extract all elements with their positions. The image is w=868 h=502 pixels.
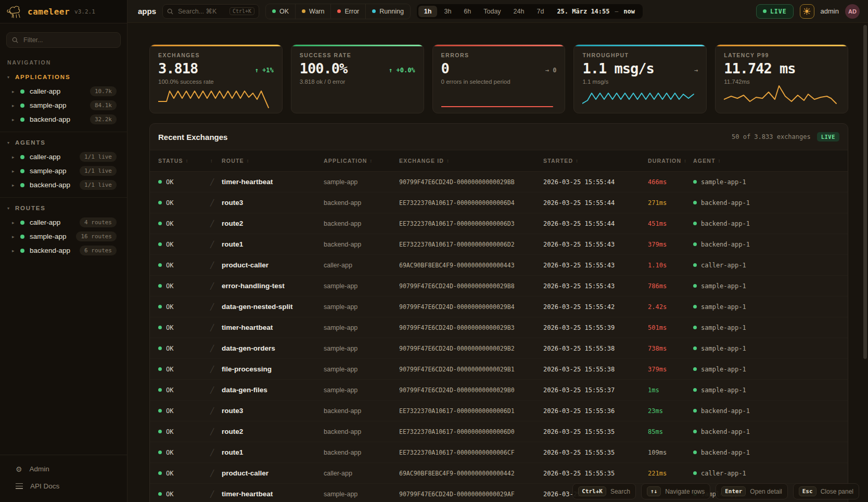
status-dot (20, 235, 24, 239)
chevron-right-icon[interactable]: ▸ (12, 220, 20, 225)
application-cell: sample-app (324, 178, 399, 186)
sidebar-item-routes-sample-app[interactable]: ▸sample-app16 routes (0, 229, 127, 243)
duration-cell: 23ms (648, 407, 693, 415)
open-exchange-icon[interactable]: ╱ (210, 220, 222, 227)
sidebar-footer-admin[interactable]: ⚙Admin (0, 460, 127, 478)
chevron-right-icon[interactable]: ▸ (12, 169, 20, 174)
table-row[interactable]: OK╱product-callercaller-app69AC90BF8EBC4… (150, 255, 848, 276)
application-cell: sample-app (324, 303, 399, 311)
sidebar-item-applications-caller-app[interactable]: ▸caller-app10.7k (0, 84, 127, 98)
open-exchange-icon[interactable]: ╱ (210, 449, 222, 456)
search-input[interactable] (177, 7, 226, 16)
column-header-agent[interactable]: AGENT↕ (693, 158, 839, 164)
open-exchange-icon[interactable]: ╱ (210, 428, 222, 435)
open-exchange-icon[interactable]: ╱ (210, 324, 222, 331)
kpi-card-throughput[interactable]: THROUGHPUT1.1 msg/s→1.1 msg/s (573, 44, 707, 113)
time-range-1h[interactable]: 1h (418, 6, 438, 17)
kpi-card-success-rate[interactable]: SUCCESS RATE100.0%↑ +0.0%3.818 ok / 0 er… (291, 44, 424, 113)
chevron-right-icon[interactable]: ▸ (12, 155, 20, 160)
sidebar-item-agents-sample-app[interactable]: ▸sample-app1/1 live (0, 164, 127, 178)
status-filter-running[interactable]: Running (365, 4, 410, 19)
time-range-3h[interactable]: 3h (438, 6, 457, 17)
open-exchange-icon[interactable]: ╱ (210, 387, 222, 394)
table-row[interactable]: OK╱timer-heartbeatsample-app90799F47E6CD… (150, 172, 848, 192)
sidebar-footer-api-docs[interactable]: API Docs (0, 478, 127, 495)
open-exchange-icon[interactable]: ╱ (210, 282, 222, 290)
sidebar-item-routes-caller-app[interactable]: ▸caller-app4 routes (0, 215, 127, 229)
hint-label: Open detail (750, 488, 782, 495)
global-search[interactable]: Ctrl+K (162, 4, 259, 19)
sidebar-item-applications-backend-app[interactable]: ▸backend-app32.2k (0, 112, 127, 126)
section-header-agents[interactable]: ▾AGENTS (0, 133, 127, 150)
chevron-right-icon[interactable]: ▸ (12, 89, 20, 94)
column-header-link[interactable]: ↕ (210, 158, 222, 163)
table-row[interactable]: OK╱file-processingsample-app90799F47E6CD… (150, 359, 848, 380)
time-range-today[interactable]: Today (478, 6, 506, 17)
sidebar-item-routes-backend-app[interactable]: ▸backend-app6 routes (0, 243, 127, 258)
avatar[interactable]: AD (845, 4, 860, 19)
vertical-scrollbar[interactable] (863, 25, 867, 359)
table-row[interactable]: OK╱timer-heartbeatsample-app90799F47E6CD… (150, 317, 848, 338)
chevron-right-icon[interactable]: ▸ (12, 234, 20, 239)
kpi-value-row: 11.742 ms (724, 61, 839, 75)
column-header-duration[interactable]: DURATION↕ (648, 158, 693, 164)
kpi-card-latency-p99[interactable]: LATENCY P9911.742 ms11.742ms (715, 44, 848, 113)
column-header-application[interactable]: APPLICATION↕ (324, 158, 399, 164)
chevron-right-icon[interactable]: ▸ (12, 103, 20, 108)
status-label: OK (166, 241, 173, 248)
kpi-card-errors[interactable]: ERRORS0→ 00 errors in selected period (432, 44, 566, 113)
table-row[interactable]: OK╱route1backend-appEE7322370A10617-0000… (150, 234, 848, 255)
table-row[interactable]: OK╱route2backend-appEE7322370A10617-0000… (150, 421, 848, 442)
live-toggle[interactable]: LIVE (756, 4, 794, 19)
time-range-6h[interactable]: 6h (458, 6, 477, 17)
table-row[interactable]: OK╱product-callercaller-app69AC90BF8EBC4… (150, 463, 848, 484)
open-exchange-icon[interactable]: ╱ (210, 491, 222, 498)
chevron-right-icon[interactable]: ▸ (12, 183, 20, 188)
sidebar-item-agents-backend-app[interactable]: ▸backend-app1/1 live (0, 178, 127, 192)
agent-live-dot (693, 430, 697, 433)
table-row[interactable]: OK╱error-handling-testsample-app90799F47… (150, 276, 848, 297)
sidebar-item-applications-sample-app[interactable]: ▸sample-app84.1k (0, 98, 127, 112)
time-range-24h[interactable]: 24h (508, 6, 530, 17)
sidebar-filter[interactable] (6, 32, 121, 48)
exchange-id-cell: 90799F47E6CD24D-00000000000029AF (399, 491, 543, 498)
column-header-route[interactable]: ROUTE↕ (222, 158, 324, 164)
theme-toggle-button[interactable] (800, 4, 814, 19)
section-header-applications[interactable]: ▾APPLICATIONS (0, 68, 127, 84)
table-row[interactable]: OK╱data-gen-filessample-app90799F47E6CD2… (150, 380, 848, 401)
table-row[interactable]: OK╱route1backend-appEE7322370A10617-0000… (150, 442, 848, 463)
open-exchange-icon[interactable]: ╱ (210, 470, 222, 477)
agent-label: backend-app-1 (701, 220, 750, 227)
status-filter-warn[interactable]: Warn (295, 4, 330, 19)
open-exchange-icon[interactable]: ╱ (210, 262, 222, 269)
table-row[interactable]: OK╱route2backend-appEE7322370A10617-0000… (150, 213, 848, 234)
date-range-display[interactable]: 25. März 14:55 – now (551, 8, 641, 15)
sidebar-item-agents-caller-app[interactable]: ▸caller-app1/1 live (0, 150, 127, 164)
chevron-right-icon[interactable]: ▸ (12, 117, 20, 122)
table-row[interactable]: OK╱route3backend-appEE7322370A10617-0000… (150, 401, 848, 421)
open-exchange-icon[interactable]: ╱ (210, 199, 222, 207)
column-header-exchange-id[interactable]: EXCHANGE ID↕ (399, 158, 543, 164)
table-row[interactable]: OK╱route3backend-appEE7322370A10617-0000… (150, 192, 848, 213)
agent-live-dot (693, 409, 697, 413)
agent-live-dot (693, 326, 697, 329)
user-name[interactable]: admin (821, 7, 839, 15)
filter-input[interactable] (22, 36, 115, 44)
section-header-routes[interactable]: ▾ROUTES (0, 199, 127, 215)
chevron-right-icon[interactable]: ▸ (12, 248, 20, 253)
open-exchange-icon[interactable]: ╱ (210, 303, 222, 311)
open-exchange-icon[interactable]: ╱ (210, 366, 222, 373)
open-exchange-icon[interactable]: ╱ (210, 345, 222, 352)
kpi-card-exchanges[interactable]: EXCHANGES3.818↑ +1%100.0% success rate (149, 44, 283, 113)
table-row[interactable]: OK╱data-gen-nested-splitsample-app90799F… (150, 297, 848, 317)
section-label: ROUTES (15, 205, 46, 211)
open-exchange-icon[interactable]: ╱ (210, 407, 222, 415)
time-range-7d[interactable]: 7d (531, 6, 550, 17)
table-row[interactable]: OK╱data-gen-orderssample-app90799F47E6CD… (150, 338, 848, 359)
column-header-started[interactable]: STARTED↕ (543, 158, 648, 164)
column-header-status[interactable]: STATUS↕ (158, 158, 210, 164)
status-filter-ok[interactable]: OK (266, 4, 295, 19)
open-exchange-icon[interactable]: ╱ (210, 241, 222, 248)
open-exchange-icon[interactable]: ╱ (210, 178, 222, 186)
status-filter-error[interactable]: Error (330, 4, 365, 19)
